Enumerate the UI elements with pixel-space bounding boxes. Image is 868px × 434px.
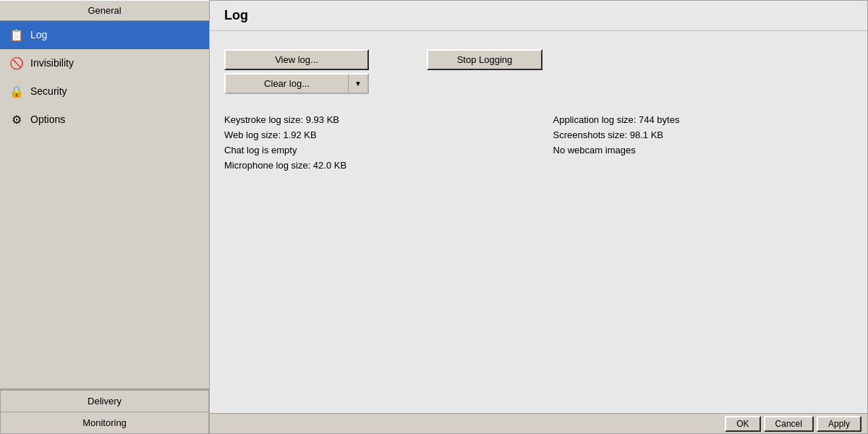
- sidebar-footer: Delivery Monitoring: [0, 388, 209, 434]
- clear-log-dropdown-arrow[interactable]: ▼: [348, 73, 369, 94]
- log-stats: Keystroke log size: 9.93 KB Application …: [224, 114, 853, 171]
- sidebar-item-invisibility[interactable]: 🚫 Invisibility: [0, 49, 209, 77]
- button-row: View log... Clear log... ▼ Stop Logging: [224, 49, 853, 94]
- keystroke-stat: Keystroke log size: 9.93 KB: [224, 114, 524, 125]
- main-body: View log... Clear log... ▼ Stop Logging …: [210, 31, 867, 413]
- apply-button[interactable]: Apply: [817, 416, 861, 432]
- stop-logging-button[interactable]: Stop Logging: [427, 49, 542, 70]
- monitoring-button[interactable]: Monitoring: [0, 412, 209, 434]
- invisibility-icon: 🚫: [9, 55, 25, 71]
- sidebar-item-security-label: Security: [30, 85, 67, 97]
- sidebar-header-general: General: [0, 0, 209, 21]
- screenshots-stat: Screenshots size: 98.1 KB: [553, 129, 854, 140]
- chat-log-stat: Chat log is empty: [224, 145, 524, 156]
- sidebar: General 📋 Log 🚫 Invisibility 🔒 Security …: [0, 0, 210, 434]
- sidebar-item-invisibility-label: Invisibility: [30, 57, 74, 69]
- sidebar-group-general: General 📋 Log 🚫 Invisibility 🔒 Security …: [0, 0, 209, 388]
- main-content: Log View log... Clear log... ▼ Stop Logg…: [210, 0, 868, 434]
- bottom-bar: OK Cancel Apply: [210, 413, 867, 433]
- sidebar-item-log-label: Log: [30, 29, 47, 41]
- page-title: Log: [210, 1, 867, 31]
- security-icon: 🔒: [9, 83, 25, 99]
- microphone-stat: Microphone log size: 42.0 KB: [224, 160, 524, 171]
- view-log-button[interactable]: View log...: [224, 49, 369, 70]
- btn-group: View log... Clear log... ▼: [224, 49, 369, 94]
- clear-log-dropdown[interactable]: Clear log... ▼: [224, 73, 369, 94]
- delivery-button[interactable]: Delivery: [0, 390, 209, 412]
- log-icon: 📋: [9, 27, 25, 43]
- app-log-stat: Application log size: 744 bytes: [553, 114, 854, 125]
- options-icon: ⚙: [9, 111, 25, 127]
- cancel-button[interactable]: Cancel: [764, 416, 814, 432]
- sidebar-item-security[interactable]: 🔒 Security: [0, 77, 209, 106]
- sidebar-item-log[interactable]: 📋 Log: [0, 21, 209, 49]
- webcam-stat: No webcam images: [553, 145, 854, 156]
- sidebar-item-options-label: Options: [30, 114, 65, 125]
- web-log-stat: Web log size: 1.92 KB: [224, 129, 524, 140]
- sidebar-item-options[interactable]: ⚙ Options: [0, 106, 209, 134]
- app-container: General 📋 Log 🚫 Invisibility 🔒 Security …: [0, 0, 868, 434]
- ok-button[interactable]: OK: [725, 416, 760, 432]
- clear-log-button[interactable]: Clear log...: [224, 73, 348, 94]
